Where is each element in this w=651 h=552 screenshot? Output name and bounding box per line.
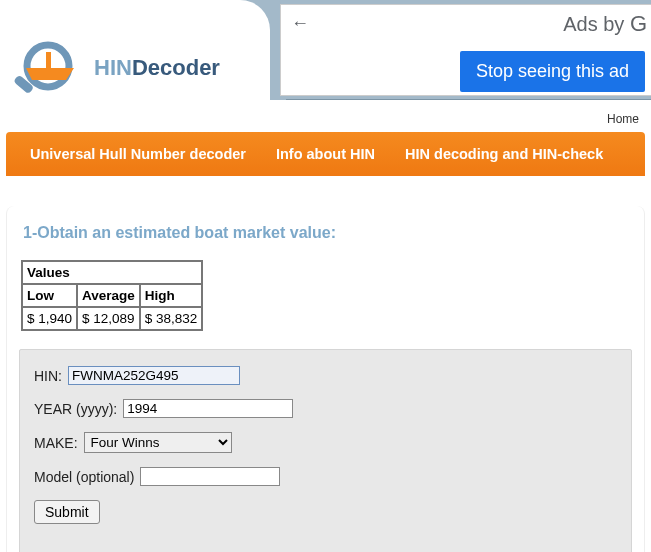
- model-label: Model (optional): [34, 469, 134, 485]
- cell-high: $ 38,832: [140, 307, 203, 330]
- cell-low: $ 1,940: [22, 307, 77, 330]
- col-high: High: [140, 284, 203, 307]
- logo-text: HINDecoder: [94, 55, 220, 81]
- cell-average: $ 12,089: [77, 307, 140, 330]
- ad-banner: ← Ads by G Stop seeing this ad: [280, 4, 651, 96]
- main-nav: Universal Hull Number decoder Info about…: [6, 132, 645, 176]
- main-content: 1-Obtain an estimated boat market value:…: [6, 206, 645, 552]
- boat-magnifier-icon: [10, 40, 90, 95]
- nav-hin-decoding-check[interactable]: HIN decoding and HIN-check: [405, 146, 603, 162]
- breadcrumb-home[interactable]: Home: [607, 112, 639, 126]
- values-caption: Values: [22, 261, 202, 284]
- site-logo[interactable]: HINDecoder: [10, 40, 220, 95]
- col-average: Average: [77, 284, 140, 307]
- breadcrumb: Home: [0, 112, 651, 130]
- ad-back-icon[interactable]: ←: [291, 13, 309, 34]
- nav-universal-decoder[interactable]: Universal Hull Number decoder: [30, 146, 246, 162]
- values-table: Values Low Average High $ 1,940 $ 12,089…: [21, 260, 203, 331]
- hin-label: HIN:: [34, 368, 62, 384]
- hin-input[interactable]: [68, 366, 240, 385]
- stop-seeing-ad-button[interactable]: Stop seeing this ad: [460, 51, 645, 92]
- nav-info-about-hin[interactable]: Info about HIN: [276, 146, 375, 162]
- lookup-form: HIN: YEAR (yyyy): MAKE: Four Winns Model…: [19, 349, 632, 552]
- table-row: $ 1,940 $ 12,089 $ 38,832: [22, 307, 202, 330]
- svg-rect-2: [46, 52, 51, 68]
- make-label: MAKE:: [34, 435, 78, 451]
- model-input[interactable]: [140, 467, 280, 486]
- submit-button[interactable]: Submit: [34, 500, 100, 524]
- year-label: YEAR (yyyy):: [34, 401, 117, 417]
- header: HINDecoder ← Ads by G Stop seeing this a…: [0, 0, 651, 110]
- make-select[interactable]: Four Winns: [84, 432, 232, 453]
- ads-by-label: Ads by G: [563, 11, 647, 37]
- col-low: Low: [22, 284, 77, 307]
- year-input[interactable]: [123, 399, 293, 418]
- section-title: 1-Obtain an estimated boat market value:: [23, 224, 632, 242]
